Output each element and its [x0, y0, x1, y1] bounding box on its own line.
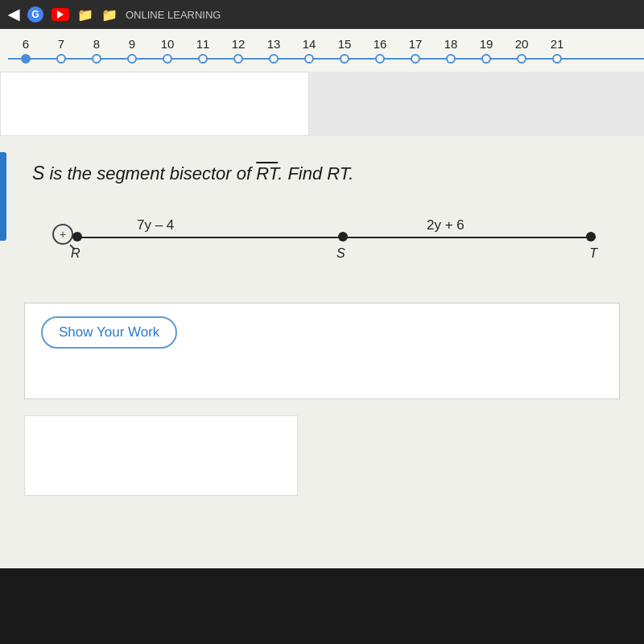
num-16: 16: [362, 37, 398, 51]
white-box-left: [0, 72, 309, 136]
num-8: 8: [79, 37, 114, 51]
point-r-label: R: [71, 246, 80, 261]
folder-icon-1: 📁: [77, 7, 93, 23]
segment-diagram: + R 7y – 4 S 2y + 6 T: [40, 206, 612, 270]
problem-find: . Find: [278, 163, 327, 184]
show-work-box: Show Your Work: [24, 303, 620, 399]
num-20: 20: [504, 37, 539, 51]
youtube-icon: [52, 8, 69, 21]
white-box-row: [0, 72, 644, 136]
show-your-work-button[interactable]: Show Your Work: [41, 316, 177, 349]
left-expr: 7y – 4: [137, 217, 174, 233]
browser-bar: ◀ G 📁 📁 ONLINE LEARNING: [0, 0, 644, 29]
bottom-white-box: [24, 415, 298, 496]
dot-11[interactable]: [185, 54, 221, 64]
blue-accent: [0, 152, 6, 241]
dot-14[interactable]: [291, 54, 327, 64]
period: .: [349, 163, 353, 184]
problem-intro: is the segment bisector of: [44, 163, 256, 184]
dot-9[interactable]: [114, 54, 150, 64]
show-work-area: Show Your Work: [0, 295, 644, 407]
dot-16[interactable]: [362, 54, 398, 64]
num-17: 17: [398, 37, 433, 51]
num-14: 14: [291, 37, 327, 51]
dot-12[interactable]: [221, 54, 256, 64]
dot-21[interactable]: [539, 54, 575, 64]
point-s-label: S: [336, 246, 345, 261]
number-line-container: 6 7 8 9 10 11 12 13 14 15 16 17 18 19 20…: [0, 29, 644, 72]
num-12: 12: [221, 37, 256, 51]
point-s-dot: [338, 232, 348, 242]
dot-17[interactable]: [398, 54, 433, 64]
dot-15[interactable]: [327, 54, 362, 64]
problem-statement: S is the segment bisector of RT. Find RT…: [32, 160, 612, 187]
num-18: 18: [433, 37, 469, 51]
dot-8[interactable]: [79, 54, 114, 64]
overline-rt: RT: [256, 163, 278, 184]
dot-18[interactable]: [433, 54, 469, 64]
bottom-area: [0, 407, 644, 568]
dot-20[interactable]: [504, 54, 539, 64]
dot-13[interactable]: [256, 54, 291, 64]
dot-19[interactable]: [469, 54, 504, 64]
google-icon: G: [27, 6, 43, 23]
dot-6[interactable]: [8, 54, 43, 64]
num-10: 10: [150, 37, 185, 51]
folder-icon-2: 📁: [101, 7, 118, 23]
num-15: 15: [327, 37, 362, 51]
number-line-dots: [0, 51, 644, 67]
num-13: 13: [256, 37, 291, 51]
num-6: 6: [8, 37, 43, 51]
problem-area: S is the segment bisector of RT. Find RT…: [0, 136, 644, 295]
right-expr: 2y + 6: [427, 217, 464, 233]
num-11: 11: [185, 37, 221, 51]
italic-s: S: [32, 163, 44, 184]
num-9: 9: [114, 37, 150, 51]
number-line-numbers: 6 7 8 9 10 11 12 13 14 15 16 17 18 19 20…: [0, 37, 644, 51]
dot-7[interactable]: [43, 54, 79, 64]
back-icon[interactable]: ◀: [8, 6, 19, 23]
white-box-right: [309, 72, 644, 136]
online-learning-label: ONLINE LEARNING: [126, 9, 221, 21]
point-t-dot: [586, 232, 596, 242]
point-t-label: T: [589, 246, 597, 261]
num-21: 21: [539, 37, 575, 51]
num-19: 19: [469, 37, 504, 51]
num-7: 7: [43, 37, 79, 51]
segment-line: [72, 237, 596, 238]
point-r-dot: [72, 232, 82, 242]
find-rt: RT: [327, 163, 349, 184]
dot-10[interactable]: [150, 54, 185, 64]
zoom-icon: +: [52, 224, 73, 245]
